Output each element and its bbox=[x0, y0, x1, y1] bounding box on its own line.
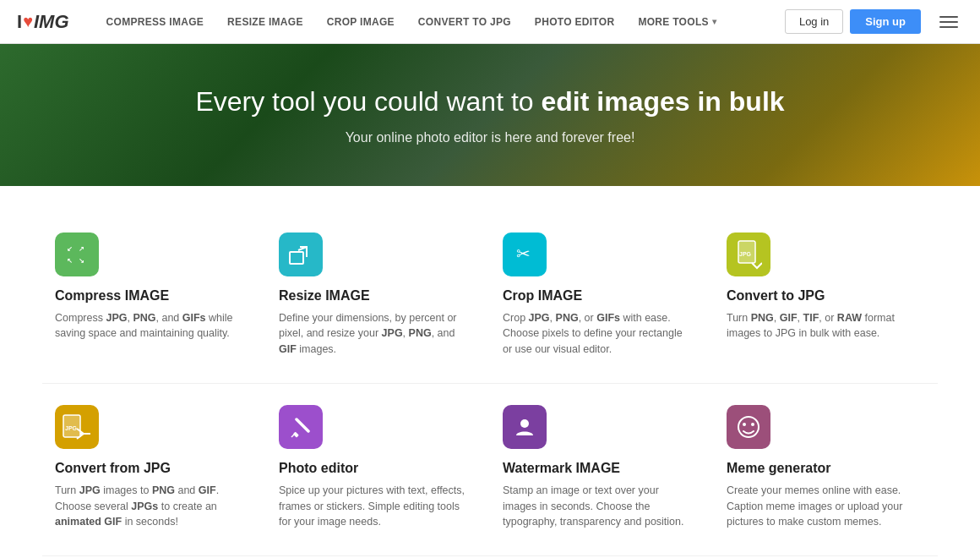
svg-point-18 bbox=[751, 423, 754, 426]
tool-watermark[interactable]: Watermark IMAGE Stamp an image or text o… bbox=[490, 384, 714, 556]
convert-from-jpg-icon: JPG bbox=[55, 405, 99, 449]
crop-icon: ✂ bbox=[503, 232, 547, 276]
hamburger-line-1 bbox=[939, 16, 958, 18]
nav-compress[interactable]: COMPRESS IMAGE bbox=[95, 0, 216, 44]
svg-line-14 bbox=[291, 435, 294, 437]
header-actions: Log in Sign up bbox=[785, 9, 963, 34]
tool-convert-from-jpg[interactable]: JPG Convert from JPG Turn JPG images to … bbox=[42, 384, 266, 556]
nav-crop[interactable]: CROP IMAGE bbox=[315, 0, 406, 44]
resize-icon bbox=[279, 232, 323, 276]
tool-resize[interactable]: Resize IMAGE Define your dimensions, by … bbox=[266, 211, 490, 384]
hamburger-line-2 bbox=[939, 21, 958, 23]
compress-title: Compress IMAGE bbox=[55, 288, 245, 304]
watermark-icon bbox=[503, 405, 547, 449]
hero-section: Every tool you could want to edit images… bbox=[0, 44, 980, 186]
nav-photo-editor[interactable]: PHOTO EDITOR bbox=[523, 0, 627, 44]
watermark-title: Watermark IMAGE bbox=[503, 461, 693, 476]
meme-icon bbox=[727, 405, 770, 449]
tool-convert-jpg[interactable]: JPG Convert to JPG Turn PNG, GIF, TIF, o… bbox=[714, 211, 938, 384]
svg-line-13 bbox=[297, 419, 308, 431]
svg-text:↘: ↘ bbox=[79, 257, 84, 265]
crop-desc: Crop JPG, PNG, or GIFs with ease. Choose… bbox=[503, 310, 693, 358]
tool-compress[interactable]: ↙ ↗ ↖ ↘ Compress IMAGE Compress JPG, PNG… bbox=[42, 211, 266, 384]
chevron-down-icon: ▾ bbox=[712, 17, 716, 26]
photo-editor-desc: Spice up your pictures with text, effect… bbox=[279, 483, 469, 530]
logo[interactable]: I♥IMG bbox=[17, 11, 69, 33]
convert-from-jpg-title: Convert from JPG bbox=[55, 461, 245, 476]
logo-text: IMG bbox=[34, 11, 69, 33]
main-nav: COMPRESS IMAGE RESIZE IMAGE CROP IMAGE C… bbox=[95, 0, 785, 44]
svg-text:↙: ↙ bbox=[67, 245, 73, 253]
signup-button[interactable]: Sign up bbox=[850, 9, 921, 34]
convert-jpg-icon: JPG bbox=[727, 232, 770, 276]
header: I♥IMG COMPRESS IMAGE RESIZE IMAGE CROP I… bbox=[0, 0, 980, 44]
tools-grid: ↙ ↗ ↖ ↘ Compress IMAGE Compress JPG, PNG… bbox=[42, 211, 938, 558]
convert-jpg-desc: Turn PNG, GIF, TIF, or RAW format images… bbox=[727, 310, 917, 342]
tools-section: ↙ ↗ ↖ ↘ Compress IMAGE Compress JPG, PNG… bbox=[0, 186, 980, 558]
photo-editor-icon bbox=[279, 405, 323, 449]
svg-text:JPG: JPG bbox=[65, 425, 78, 431]
svg-text:↖: ↖ bbox=[67, 257, 73, 265]
photo-editor-title: Photo editor bbox=[279, 461, 469, 476]
hamburger-line-3 bbox=[939, 26, 958, 28]
meme-desc: Create your memes online with ease. Capt… bbox=[727, 483, 917, 530]
convert-from-jpg-desc: Turn JPG images to PNG and GIF. Choose s… bbox=[55, 483, 245, 530]
nav-convert-jpg[interactable]: CONVERT TO JPG bbox=[406, 0, 523, 44]
svg-point-15 bbox=[520, 419, 529, 428]
tool-photo-editor[interactable]: Photo editor Spice up your pictures with… bbox=[266, 384, 490, 556]
svg-text:↗: ↗ bbox=[79, 245, 84, 253]
svg-text:✂: ✂ bbox=[516, 244, 531, 263]
logo-heart-icon: ♥ bbox=[23, 12, 33, 31]
svg-rect-4 bbox=[290, 252, 303, 264]
hamburger-button[interactable] bbox=[934, 11, 963, 33]
compress-icon: ↙ ↗ ↖ ↘ bbox=[55, 232, 99, 276]
login-button[interactable]: Log in bbox=[785, 9, 843, 34]
nav-more-tools[interactable]: MORE TOOLS ▾ bbox=[626, 0, 728, 44]
svg-text:JPG: JPG bbox=[739, 251, 752, 257]
resize-desc: Define your dimensions, by percent or pi… bbox=[279, 310, 469, 358]
convert-jpg-title: Convert to JPG bbox=[727, 288, 917, 304]
resize-title: Resize IMAGE bbox=[279, 288, 469, 304]
tool-crop[interactable]: ✂ Crop IMAGE Crop JPG, PNG, or GIFs with… bbox=[490, 211, 714, 384]
watermark-desc: Stamp an image or text over your images … bbox=[503, 483, 693, 530]
tool-meme[interactable]: Meme generator Create your memes online … bbox=[714, 384, 938, 556]
nav-resize[interactable]: RESIZE IMAGE bbox=[215, 0, 315, 44]
svg-point-17 bbox=[743, 423, 746, 426]
meme-title: Meme generator bbox=[727, 461, 917, 476]
hero-headline: Every tool you could want to edit images… bbox=[17, 85, 963, 120]
hero-subheadline: Your online photo editor is here and for… bbox=[17, 130, 963, 145]
compress-desc: Compress JPG, PNG, and GIFs while saving… bbox=[55, 310, 245, 342]
crop-title: Crop IMAGE bbox=[503, 288, 693, 304]
